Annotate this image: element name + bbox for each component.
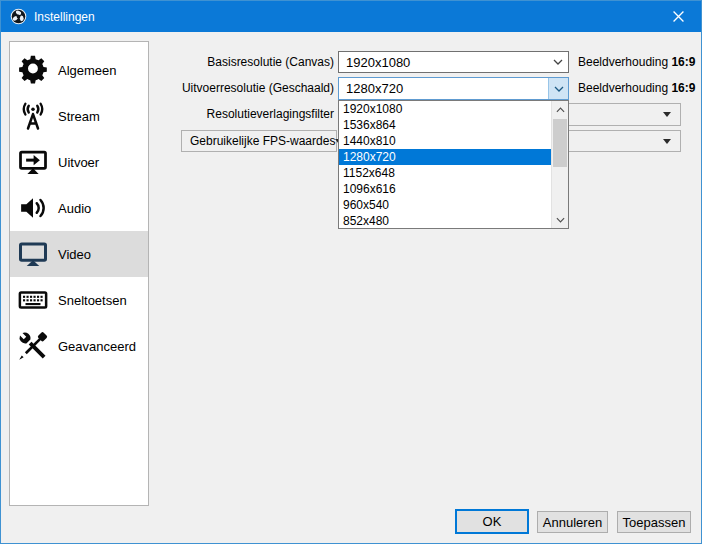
sidebar-item-label: Stream xyxy=(58,109,100,124)
ok-button[interactable]: OK xyxy=(455,509,529,534)
broadcast-icon xyxy=(15,101,51,131)
output-icon xyxy=(15,147,51,177)
dropdown-option[interactable]: 960x540 xyxy=(339,197,551,213)
sidebar-item-label: Uitvoer xyxy=(58,155,99,170)
dropdown-option[interactable]: 1152x648 xyxy=(339,165,551,181)
basis-resolution-value: 1920x1080 xyxy=(346,55,548,70)
chevron-down-icon[interactable] xyxy=(548,78,568,99)
dropdown-option[interactable]: 1440x810 xyxy=(339,133,551,149)
close-button[interactable] xyxy=(655,1,701,32)
resolution-dropdown-list: 1920x1080 1536x864 1440x810 1280x720 115… xyxy=(338,100,569,229)
sidebar-item-label: Audio xyxy=(58,201,91,216)
close-icon xyxy=(673,11,684,22)
gear-icon xyxy=(15,55,51,85)
ok-button-label: OK xyxy=(483,514,502,529)
sidebar-item-label: Video xyxy=(58,247,91,262)
scrollbar-up-icon[interactable] xyxy=(552,101,568,118)
speaker-icon xyxy=(15,193,51,223)
apply-button[interactable]: Toepassen xyxy=(617,511,691,533)
keyboard-icon xyxy=(15,285,51,315)
output-aspect-ratio: Beeldverhouding 16:9 xyxy=(578,81,695,95)
sidebar-item-geavanceerd[interactable]: Geavanceerd xyxy=(10,323,148,369)
dropdown-arrow-icon xyxy=(663,112,671,117)
apply-button-label: Toepassen xyxy=(623,515,686,530)
dropdown-option[interactable]: 852x480 xyxy=(339,213,551,228)
output-resolution-value: 1280x720 xyxy=(346,81,548,96)
dropdown-scrollbar[interactable] xyxy=(551,101,568,228)
fps-type-combobox[interactable]: Gebruikelijke FPS-waardes xyxy=(181,130,337,152)
tools-icon xyxy=(15,331,51,361)
sidebar-item-label: Geavanceerd xyxy=(58,339,136,354)
window-title: Instellingen xyxy=(34,10,95,24)
dropdown-option[interactable]: 1096x616 xyxy=(339,181,551,197)
basis-aspect-ratio: Beeldverhouding 16:9 xyxy=(578,55,695,69)
sidebar-item-stream[interactable]: Stream xyxy=(10,93,148,139)
dropdown-option[interactable]: 1536x864 xyxy=(339,117,551,133)
settings-sidebar: Algemeen Stream xyxy=(9,41,149,506)
basis-resolution-label: Basisresolutie (Canvas) xyxy=(151,55,334,69)
dropdown-option-selected[interactable]: 1280x720 xyxy=(339,149,551,165)
basis-resolution-combobox[interactable]: 1920x1080 xyxy=(338,51,569,73)
sidebar-item-uitvoer[interactable]: Uitvoer xyxy=(10,139,148,185)
output-resolution-combobox[interactable]: 1280x720 xyxy=(338,77,569,100)
settings-window: Instellingen Algemeen S xyxy=(0,0,702,544)
sidebar-item-algemeen[interactable]: Algemeen xyxy=(10,47,148,93)
output-resolution-label: Uitvoerresolutie (Geschaald) xyxy=(151,81,334,95)
scrollbar-down-icon[interactable] xyxy=(552,211,568,228)
dropdown-options: 1920x1080 1536x864 1440x810 1280x720 115… xyxy=(339,101,551,228)
fps-type-label: Gebruikelijke FPS-waardes xyxy=(190,134,335,148)
sidebar-item-video[interactable]: Video xyxy=(10,231,148,277)
titlebar: Instellingen xyxy=(1,1,701,32)
aspect-label: Beeldverhouding xyxy=(578,81,668,95)
downscale-filter-label: Resolutieverlagingsfilter xyxy=(151,107,334,121)
sidebar-item-sneltoetsen[interactable]: Sneltoetsen xyxy=(10,277,148,323)
sidebar-item-audio[interactable]: Audio xyxy=(10,185,148,231)
aspect-label: Beeldverhouding xyxy=(578,55,668,69)
sidebar-item-label: Algemeen xyxy=(58,63,117,78)
cancel-button[interactable]: Annuleren xyxy=(537,511,608,533)
cancel-button-label: Annuleren xyxy=(543,515,602,530)
scrollbar-thumb[interactable] xyxy=(553,119,567,167)
chevron-down-icon[interactable] xyxy=(548,52,568,72)
obs-logo-icon xyxy=(10,8,27,25)
sidebar-item-label: Sneltoetsen xyxy=(58,293,127,308)
dropdown-option[interactable]: 1920x1080 xyxy=(339,101,551,117)
monitor-icon xyxy=(15,239,51,269)
aspect-value: 16:9 xyxy=(671,55,695,69)
aspect-value: 16:9 xyxy=(671,81,695,95)
dropdown-arrow-icon xyxy=(663,139,671,144)
